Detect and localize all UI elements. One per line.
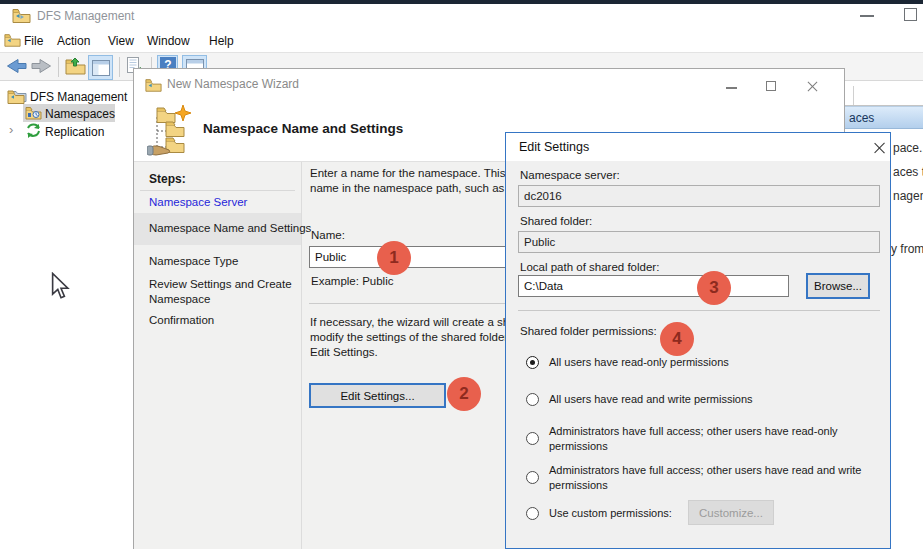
wizard-minimize-icon[interactable] bbox=[726, 87, 737, 89]
radio-admin-full-users-write-label[interactable]: Administrators have full access; other u… bbox=[549, 463, 885, 493]
menubar-app-icon bbox=[4, 33, 21, 51]
screen: DFS Management File Action View Window H… bbox=[0, 0, 923, 549]
name-label: Name: bbox=[311, 229, 345, 241]
maximize-icon[interactable] bbox=[904, 8, 917, 21]
background-text-fragment: nagen bbox=[893, 189, 923, 203]
namespace-server-label: Namespace server: bbox=[520, 169, 620, 181]
wizard-intro-line2: name in the namespace path, such as \\ bbox=[310, 181, 508, 196]
local-path-label: Local path of shared folder: bbox=[520, 261, 659, 273]
menu-window[interactable]: Window bbox=[147, 34, 190, 48]
wizard-note-text: If necessary, the wizard will create a s… bbox=[310, 315, 508, 360]
wizard-title: New Namespace Wizard bbox=[167, 77, 299, 91]
back-icon[interactable] bbox=[6, 58, 27, 78]
local-path-input[interactable] bbox=[518, 275, 789, 297]
up-one-level-icon[interactable] bbox=[65, 57, 86, 79]
toolbar-separator bbox=[58, 57, 59, 77]
menu-file[interactable]: File bbox=[24, 34, 43, 48]
radio-read-write-label[interactable]: All users have read and write permission… bbox=[549, 392, 885, 407]
wizard-note-line3: Edit Settings. bbox=[310, 345, 508, 360]
wizard-close-icon[interactable] bbox=[806, 80, 819, 93]
background-text-fragment: pace... bbox=[893, 141, 923, 155]
background-text-fragment: y from bbox=[891, 242, 923, 256]
radio-custom-permissions[interactable] bbox=[526, 507, 539, 520]
menu-action[interactable]: Action bbox=[57, 34, 90, 48]
namespaces-icon bbox=[25, 106, 42, 124]
wizard-heading: Namespace Name and Settings bbox=[203, 121, 403, 136]
tree-root-dfs-management[interactable]: DFS Management bbox=[30, 90, 127, 104]
wizard-note-line1: If necessary, the wizard will create a s… bbox=[310, 315, 508, 330]
tree-item-namespaces[interactable]: Namespaces bbox=[45, 107, 115, 121]
wizard-note-line2: modify the settings of the shared folder… bbox=[310, 330, 508, 345]
step-namespace-server[interactable]: Namespace Server bbox=[149, 196, 247, 208]
minimize-icon[interactable] bbox=[860, 15, 874, 17]
wizard-intro-line1: Enter a name for the namespace. This na bbox=[310, 166, 508, 181]
annotation-badge-1: 1 bbox=[377, 241, 411, 275]
wizard-title-icon bbox=[145, 78, 162, 96]
menu-view[interactable]: View bbox=[108, 34, 134, 48]
wizard-header-icon bbox=[147, 103, 195, 161]
step-review-settings[interactable]: Review Settings and Create Namespace bbox=[149, 277, 299, 307]
pane-column-divider bbox=[853, 86, 854, 106]
wizard-intro-text: Enter a name for the namespace. This na … bbox=[310, 166, 508, 196]
menu-help[interactable]: Help bbox=[209, 34, 234, 48]
annotation-badge-3: 3 bbox=[697, 271, 731, 305]
dialog-close-icon[interactable] bbox=[872, 141, 886, 155]
background-header-fragment: aces bbox=[849, 111, 874, 125]
radio-read-write[interactable] bbox=[526, 393, 539, 406]
steps-underline bbox=[140, 190, 295, 191]
step-namespace-name-and-settings[interactable]: Namespace Name and Settings bbox=[149, 222, 311, 234]
example-text: Example: Public bbox=[311, 275, 393, 287]
window-title: DFS Management bbox=[37, 9, 134, 23]
forward-icon[interactable] bbox=[31, 58, 52, 78]
dialog-titlebar: Edit Settings bbox=[506, 133, 890, 161]
steps-label: Steps: bbox=[149, 172, 186, 186]
expand-chevron-icon[interactable]: › bbox=[9, 122, 13, 137]
radio-admin-full-users-read-label[interactable]: Administrators have full access; other u… bbox=[549, 424, 885, 454]
radio-admin-full-users-read[interactable] bbox=[526, 432, 539, 445]
radio-read-only-label[interactable]: All users have read-only permissions bbox=[549, 355, 885, 370]
steps-divider bbox=[301, 162, 302, 549]
dialog-divider bbox=[518, 310, 880, 311]
background-namespaces-header: aces bbox=[845, 106, 923, 129]
wizard-maximize-icon[interactable] bbox=[766, 81, 776, 91]
edit-settings-dialog: Edit Settings Namespace server: Shared f… bbox=[505, 132, 891, 549]
namespace-server-input bbox=[518, 185, 880, 207]
window-top-edge bbox=[0, 0, 923, 4]
mouse-cursor bbox=[50, 272, 70, 304]
shared-folder-label: Shared folder: bbox=[520, 215, 592, 227]
step-namespace-type[interactable]: Namespace Type bbox=[149, 255, 238, 267]
browse-button[interactable]: Browse... bbox=[806, 273, 870, 299]
radio-admin-full-users-write[interactable] bbox=[526, 471, 539, 484]
dfs-app-icon bbox=[12, 8, 31, 27]
annotation-badge-2: 2 bbox=[447, 377, 481, 411]
shared-folder-input bbox=[518, 231, 880, 253]
tree-item-replication[interactable]: Replication bbox=[45, 125, 104, 139]
customize-button: Customize... bbox=[688, 500, 774, 525]
step-confirmation[interactable]: Confirmation bbox=[149, 314, 214, 326]
show-console-tree-icon[interactable] bbox=[88, 55, 113, 80]
annotation-badge-4: 4 bbox=[660, 322, 694, 356]
toolbar-separator bbox=[119, 57, 120, 77]
edit-settings-button[interactable]: Edit Settings... bbox=[309, 383, 446, 408]
permissions-label: Shared folder permissions: bbox=[520, 325, 657, 337]
background-text-fragment: aces t bbox=[893, 165, 923, 179]
replication-icon bbox=[25, 123, 42, 143]
radio-read-only[interactable] bbox=[526, 356, 539, 369]
dialog-title: Edit Settings bbox=[519, 140, 589, 154]
